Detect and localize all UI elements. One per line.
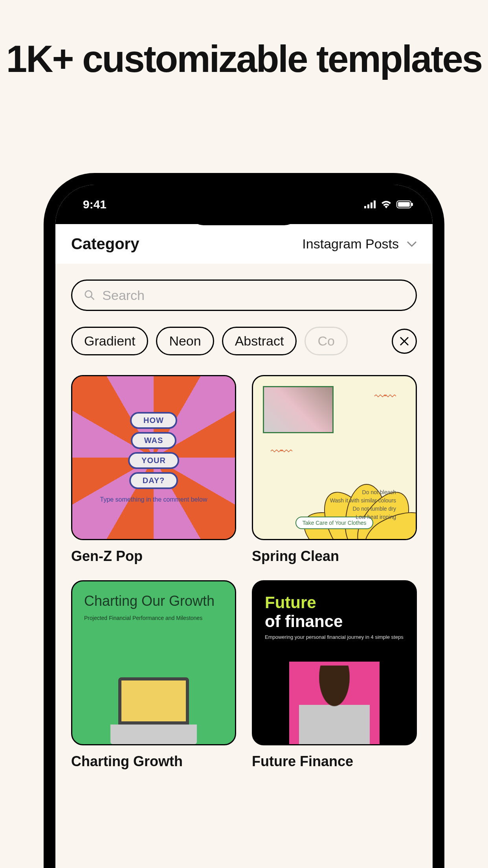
notch — [189, 196, 299, 225]
spring-photo — [263, 386, 334, 433]
template-thumb: HOW WAS YOUR DAY? Type something in the … — [71, 375, 236, 540]
finance-heading: of finance — [265, 612, 404, 631]
page-headline: 1K+ customizable templates — [0, 0, 488, 79]
genz-pills: HOW WAS YOUR DAY? Type something in the … — [100, 412, 207, 503]
template-title: Charting Growth — [71, 753, 236, 770]
template-card-spring[interactable]: 〰〰 〰〰 Take Care of Your Clothes Do not b… — [252, 375, 417, 565]
filter-chip-abstract[interactable]: Abstract — [222, 327, 297, 355]
finance-heading: Future — [265, 593, 404, 612]
status-time: 9:41 — [83, 198, 106, 211]
filter-chip-neon[interactable]: Neon — [156, 327, 214, 355]
template-grid: HOW WAS YOUR DAY? Type something in the … — [71, 375, 417, 770]
template-thumb: Future of finance Empowering your person… — [252, 580, 417, 745]
status-icons — [364, 200, 413, 208]
phone-screen: 9:41 Category Instagram Posts Gradient N… — [55, 185, 433, 868]
svg-rect-5 — [398, 202, 410, 207]
close-icon — [399, 336, 410, 347]
svg-point-7 — [85, 291, 92, 298]
svg-rect-2 — [371, 202, 372, 208]
svg-line-8 — [91, 297, 94, 300]
template-thumb: Charting Our Growth Projected Financial … — [71, 580, 236, 745]
template-title: Spring Clean — [252, 548, 417, 565]
category-selector[interactable]: Instagram Posts — [302, 236, 417, 252]
svg-rect-6 — [411, 203, 413, 206]
chart-sub: Projected Financial Performance and Mile… — [84, 614, 223, 622]
clear-filters-button[interactable] — [392, 329, 417, 354]
svg-rect-3 — [374, 200, 376, 208]
list-item: Wash it with similar colours — [330, 497, 396, 505]
search-input[interactable] — [102, 288, 404, 303]
genz-pill: DAY? — [129, 472, 178, 489]
header-title: Category — [71, 235, 139, 253]
person-icon — [299, 666, 370, 744]
genz-pill: WAS — [131, 432, 177, 449]
template-thumb: 〰〰 〰〰 Take Care of Your Clothes Do not b… — [252, 375, 417, 540]
list-item: Low heat ironing — [330, 513, 396, 521]
list-item: Do not bleach — [330, 488, 396, 497]
genz-pill: HOW — [130, 412, 177, 429]
wifi-icon — [381, 200, 392, 208]
phone-frame: 9:41 Category Instagram Posts Gradient N… — [44, 173, 444, 868]
search-box[interactable] — [71, 280, 417, 311]
chart-heading: Charting Our Growth — [84, 593, 223, 609]
template-card-chart[interactable]: Charting Our Growth Projected Financial … — [71, 580, 236, 770]
category-value: Instagram Posts — [302, 236, 399, 252]
svg-rect-1 — [367, 204, 369, 208]
filter-chip-gradient[interactable]: Gradient — [71, 327, 148, 355]
battery-icon — [396, 200, 413, 208]
filter-chip-partial[interactable]: Co — [305, 327, 347, 355]
svg-rect-0 — [364, 206, 366, 208]
zigzag-icon: 〰〰 — [374, 390, 394, 403]
template-title: Future Finance — [252, 753, 417, 770]
zigzag-icon: 〰〰 — [271, 445, 290, 458]
search-icon — [84, 289, 95, 301]
list-item: Do not tumble dry — [330, 505, 396, 513]
cellular-icon — [364, 200, 376, 208]
spring-content: 〰〰 〰〰 Take Care of Your Clothes Do not b… — [263, 386, 406, 529]
content-area: Gradient Neon Abstract Co HOW WAS YOUR — [55, 264, 433, 785]
laptop-icon — [110, 677, 197, 744]
template-title: Gen-Z Pop — [71, 548, 236, 565]
genz-caption: Type something in the comment below — [100, 496, 207, 503]
finance-photo — [289, 662, 380, 744]
filter-row: Gradient Neon Abstract Co — [71, 327, 417, 355]
spring-list: Do not bleach Wash it with similar colou… — [330, 488, 396, 521]
genz-pill: YOUR — [128, 452, 179, 469]
finance-sub: Empowering your personal financial journ… — [265, 634, 404, 641]
chevron-down-icon — [407, 241, 417, 247]
template-card-genz[interactable]: HOW WAS YOUR DAY? Type something in the … — [71, 375, 236, 565]
template-card-finance[interactable]: Future of finance Empowering your person… — [252, 580, 417, 770]
header-bar: Category Instagram Posts — [55, 224, 433, 264]
